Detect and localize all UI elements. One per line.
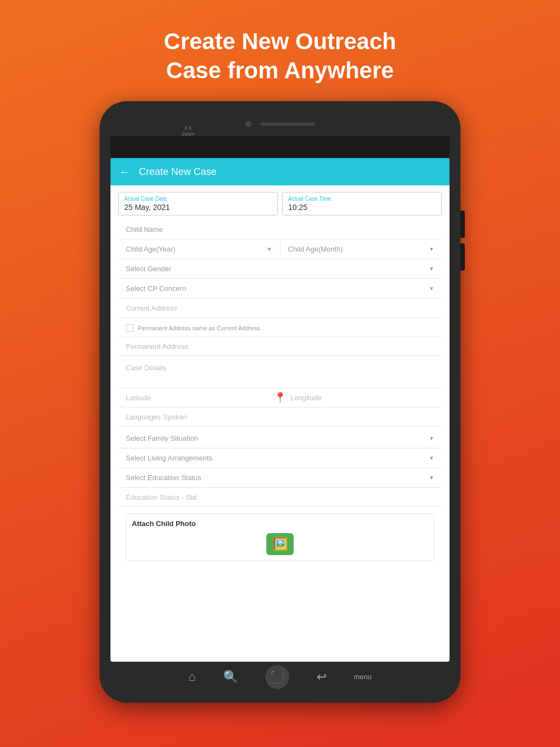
location-pin-icon: 📍 — [274, 392, 286, 404]
languages-spoken-placeholder: Languages Spoken — [126, 413, 187, 421]
longitude-placeholder: Longitude — [290, 394, 322, 402]
screen: ← Create New Case Actual Case Date 25 Ma… — [110, 158, 450, 662]
select-family-situation-arrow: ▼ — [429, 435, 434, 441]
tablet-screen: 3.X Zoom ← Create New Case Actual Case D… — [110, 112, 450, 692]
child-name-placeholder[interactable]: Child Name — [126, 225, 163, 234]
child-age-month-field[interactable]: Child Age(Month) ▼ — [281, 240, 442, 259]
permanent-address-checkbox-label: Permanent Address same as Current Addres… — [138, 325, 260, 331]
datetime-row: Actual Case Date 25 May, 2021 Actual Cas… — [118, 192, 442, 215]
menu-label[interactable]: menu — [354, 673, 372, 681]
select-living-arrangements-label: Select Living Arrangements — [126, 454, 212, 462]
actual-case-date-label: Actual Case Date — [124, 196, 272, 202]
bottom-nav: ⌂ 🔍 ⬛ ↩ menu — [110, 662, 450, 692]
select-education-status-row[interactable]: Select Education Status ▼ — [118, 468, 442, 488]
select-family-situation-label: Select Family Situation — [126, 434, 198, 442]
child-age-month-label: Child Age(Month) — [288, 245, 343, 253]
home-icon[interactable]: ⌂ — [189, 670, 196, 684]
latitude-field[interactable]: Latitude — [126, 393, 270, 402]
select-gender-arrow: ▼ — [429, 266, 434, 272]
actual-case-time-label: Actual Case Time — [288, 196, 436, 202]
side-btn-2 — [460, 243, 465, 271]
nav-home-square-icon: ⬛ — [270, 670, 284, 684]
actual-case-time-value: 10:25 — [288, 202, 436, 212]
current-address-field[interactable]: Current Address — [118, 299, 442, 318]
permanent-address-checkbox[interactable] — [126, 324, 133, 332]
actual-case-date-field[interactable]: Actual Case Date 25 May, 2021 — [118, 192, 278, 215]
home-button[interactable]: ⬛ — [265, 665, 289, 689]
camera-icon — [245, 121, 252, 127]
child-name-row: Child Name — [118, 220, 442, 240]
current-address-placeholder: Current Address — [126, 304, 177, 312]
languages-spoken-field[interactable]: Languages Spoken — [118, 407, 442, 427]
permanent-address-placeholder: Permanent Address — [126, 342, 188, 351]
child-age-year-label: Child Age(Year) — [126, 245, 176, 253]
page-title-line1: Create New Outreach — [164, 28, 396, 54]
side-buttons — [460, 211, 465, 271]
latlng-row: Latitude 📍 Longitude — [118, 388, 442, 407]
select-family-situation-row[interactable]: Select Family Situation ▼ — [118, 429, 442, 448]
child-age-row: Child Age(Year) ▼ Child Age(Month) ▼ — [118, 240, 442, 259]
latitude-placeholder: Latitude — [126, 394, 151, 402]
select-cp-concern-label: Select CP Concern — [126, 284, 186, 293]
app-header-title: Create New Case — [139, 166, 217, 178]
page-title-line2: Case from Anywhere — [166, 57, 394, 83]
app-header: ← Create New Case — [110, 158, 450, 185]
select-gender-label: Select Gender — [126, 265, 171, 273]
back-button[interactable]: ← — [119, 166, 130, 178]
select-education-status-label: Select Education Status — [126, 474, 201, 482]
child-age-month-arrow: ▼ — [429, 246, 434, 252]
select-gender-row[interactable]: Select Gender ▼ — [118, 259, 442, 279]
page-title: Create New Outreach Case from Anywhere — [164, 27, 396, 85]
select-education-status-arrow: ▼ — [429, 475, 434, 481]
longitude-field[interactable]: Longitude — [290, 393, 434, 402]
permanent-address-checkbox-row[interactable]: Permanent Address same as Current Addres… — [118, 320, 442, 337]
education-status-std-field[interactable]: Education Status - Std — [118, 488, 442, 507]
attach-child-photo-label: Attach Child Photo — [132, 520, 428, 528]
tablet-device: 3.X Zoom ← Create New Case Actual Case D… — [100, 101, 460, 703]
select-living-arrangements-row[interactable]: Select Living Arrangements ▼ — [118, 448, 442, 468]
case-details-field[interactable]: Case Details — [118, 358, 442, 388]
case-details-placeholder: Case Details — [126, 364, 166, 372]
search-icon[interactable]: 🔍 — [223, 670, 238, 684]
select-cp-concern-arrow: ▼ — [429, 285, 434, 291]
permanent-address-field[interactable]: Permanent Address — [118, 337, 442, 356]
form-area: Actual Case Date 25 May, 2021 Actual Cas… — [110, 185, 450, 662]
education-status-std-placeholder: Education Status - Std — [126, 493, 196, 501]
child-age-year-arrow: ▼ — [267, 246, 272, 252]
select-living-arrangements-arrow: ▼ — [429, 455, 434, 461]
back-icon[interactable]: ↩ — [317, 670, 326, 684]
child-age-year-field[interactable]: Child Age(Year) ▼ — [118, 240, 281, 259]
zoom-label: 3.X Zoom — [182, 125, 194, 137]
attach-child-photo-section: Attach Child Photo 🖼️ — [126, 513, 434, 561]
actual-case-time-field[interactable]: Actual Case Time 10:25 — [282, 192, 442, 215]
speaker-grille — [260, 122, 315, 126]
add-photo-icon: 🖼️ — [273, 537, 288, 551]
actual-case-date-value: 25 May, 2021 — [124, 202, 272, 212]
side-btn-1 — [460, 211, 465, 238]
select-cp-concern-row[interactable]: Select CP Concern ▼ — [118, 279, 442, 299]
add-photo-button[interactable]: 🖼️ — [266, 533, 294, 555]
